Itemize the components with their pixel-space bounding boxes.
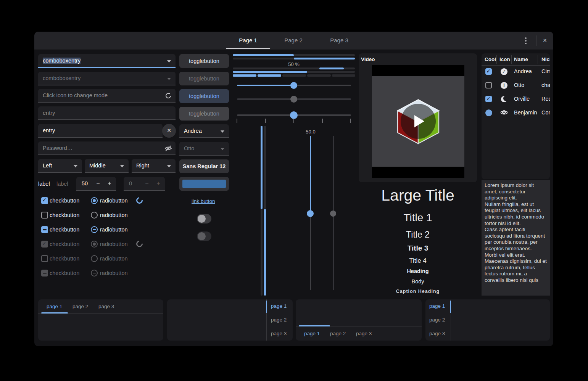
combobox-names[interactable]: Andrea (179, 124, 229, 138)
headerbar: Page 1 Page 2 Page 3 × (34, 32, 553, 50)
dropdown-left[interactable]: Left (38, 159, 82, 173)
spinbutton-disabled: 0 − + (124, 177, 165, 191)
comboboxentry-disabled: comboboxentry (38, 72, 176, 85)
font-button[interactable]: Sans Regular 12 (179, 159, 229, 173)
comboboxentry-focused[interactable]: comboboxentry (38, 54, 176, 68)
radiobutton-unselected[interactable] (91, 212, 98, 219)
chevron-down-icon (167, 165, 171, 167)
radiobutton-indeterminate[interactable] (91, 226, 98, 233)
close-button[interactable]: × (539, 35, 551, 47)
tab-page-3[interactable]: Page 3 (316, 32, 362, 50)
vertical-progressbar-bottom (264, 126, 266, 209)
nb2-tab-page2[interactable]: page 2 (271, 317, 287, 323)
togglebutton-active[interactable]: togglebutton (179, 89, 229, 103)
checkbutton-unchecked[interactable] (41, 212, 48, 219)
screen: Page 1 Page 2 Page 3 × comboboxentry com… (0, 0, 588, 381)
vslider-fill (310, 136, 311, 214)
spinbutton[interactable]: 50 − + (76, 177, 116, 191)
title1-label: Title 1 (403, 212, 432, 224)
radiobutton-selected[interactable] (91, 197, 98, 204)
row-check-blob[interactable] (485, 109, 492, 116)
notebook-tabs-bottom: page 1 page 2 page 3 (296, 299, 422, 341)
label-enabled: label (38, 181, 50, 187)
spin-minus-button[interactable]: − (92, 177, 104, 190)
vslider-knob-disabled (330, 211, 336, 217)
nb2-tab-page3[interactable]: page 3 (271, 331, 287, 336)
tab-page-1[interactable]: Page 1 (225, 32, 271, 50)
vslider-track[interactable] (310, 214, 311, 290)
levelbar-segment (258, 74, 281, 77)
nb1-tab-page1[interactable]: page 1 (47, 304, 62, 309)
slider-mark (322, 119, 323, 123)
mode-entry[interactable]: Click icon to change mode (38, 89, 176, 103)
nb4-tab-page2[interactable]: page 2 (429, 317, 445, 323)
hslider-marks-knob[interactable] (290, 111, 298, 119)
label-disabled: label (56, 181, 68, 187)
nb3-tab-page3[interactable]: page 3 (356, 331, 372, 336)
chevron-down-icon[interactable] (167, 60, 171, 63)
heading-label: Heading (407, 268, 429, 274)
checkbutton-unchecked-disabled (41, 255, 48, 262)
levelbar-segment (332, 74, 355, 77)
nb3-tab-page1[interactable]: page 1 (304, 331, 320, 336)
link-button[interactable]: link button (192, 198, 215, 204)
eye-slash-icon[interactable] (164, 144, 172, 153)
switch-off[interactable] (197, 214, 211, 223)
tab-page-2[interactable]: Page 2 (271, 32, 316, 50)
togglebutton-active-disabled: togglebutton (179, 107, 229, 121)
refresh-icon[interactable] (164, 92, 172, 100)
widget-factory-window: Page 1 Page 2 Page 3 × comboboxentry com… (34, 32, 553, 346)
spin-plus-button[interactable]: + (104, 177, 115, 190)
chevron-down-icon (74, 165, 77, 167)
color-button[interactable] (179, 177, 229, 191)
vslider-value-label: 50.0 (306, 129, 315, 135)
play-button[interactable] (401, 104, 436, 139)
levelbar-segment (307, 74, 331, 77)
vertical-progressbar-top (261, 126, 263, 209)
chevron-down-icon (221, 130, 224, 133)
lorem-textview[interactable]: Lorem ipsum dolor sit amet, consectetur … (482, 180, 550, 296)
chevron-down-icon (221, 148, 224, 150)
spin-plus-button: + (153, 177, 164, 190)
switch-off-disabled (197, 231, 211, 241)
checkbutton-checked[interactable] (41, 197, 48, 204)
row-checkbox-checked[interactable] (485, 68, 492, 75)
dropdown-right[interactable]: Right (132, 159, 176, 173)
body-label: Body (411, 278, 424, 285)
column-name[interactable]: Name (514, 53, 528, 65)
nb4-tab-page3[interactable]: page 3 (429, 331, 445, 336)
color-swatch (182, 180, 226, 188)
header-divider (536, 35, 536, 46)
monkey-icon (500, 109, 508, 117)
entry-empty[interactable]: entry (38, 106, 176, 120)
row-checkbox-checked[interactable] (485, 96, 492, 102)
nb4-active-indicator (450, 301, 451, 313)
video-title: Video (361, 56, 375, 62)
nb4-tab-page1[interactable]: page 1 (429, 303, 445, 309)
nb1-tab-page2[interactable]: page 2 (72, 304, 88, 309)
notebook-tabs-top: page 1 page 2 page 3 (38, 299, 163, 341)
slider-mark (265, 119, 266, 123)
levelbar-segment (282, 74, 306, 77)
nb1-tab-page3[interactable]: page 3 (98, 304, 114, 309)
hslider-knob[interactable] (290, 82, 297, 89)
entry-with-text[interactable]: entry (38, 124, 163, 138)
checkbutton-indeterminate[interactable] (41, 226, 48, 233)
progressbar-second (233, 71, 355, 73)
clear-entry-button[interactable]: ✕ (162, 124, 176, 138)
menu-button[interactable] (520, 35, 532, 47)
vslider-knob[interactable] (307, 210, 314, 217)
spin-minus-button: − (141, 177, 153, 190)
password-entry[interactable]: Password… (38, 141, 176, 155)
play-icon (414, 115, 424, 127)
row-checkbox-unchecked[interactable] (485, 82, 492, 88)
nb3-tab-page2[interactable]: page 2 (330, 331, 346, 336)
treeview-table: Cool Icon Name Nick ✓ Andrea Cimi ! Otto… (482, 53, 550, 179)
video-player[interactable] (372, 65, 464, 178)
dropdown-middle[interactable]: Middle (85, 159, 129, 173)
column-icon[interactable]: Icon (499, 53, 510, 65)
column-cool[interactable]: Cool (485, 53, 496, 65)
column-nick[interactable]: Nick (541, 53, 550, 65)
togglebutton[interactable]: togglebutton (179, 54, 229, 68)
nb2-tab-page1[interactable]: page 1 (271, 303, 287, 309)
